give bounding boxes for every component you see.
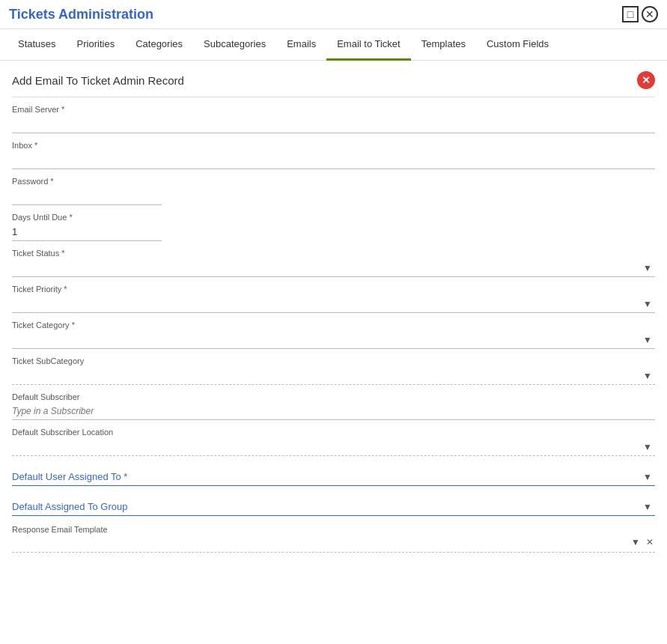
form-header: Add Email To Ticket Admin Record ✕ bbox=[12, 61, 655, 97]
tab-categories[interactable]: Categories bbox=[125, 29, 193, 61]
default-group-select[interactable]: Default Assigned To Group bbox=[12, 498, 655, 515]
subscriber-row bbox=[12, 403, 655, 420]
form-container: Add Email To Ticket Admin Record ✕ Email… bbox=[0, 61, 667, 565]
subscriber-location-select[interactable] bbox=[12, 438, 655, 455]
email-server-field: Email Server * bbox=[12, 105, 655, 133]
password-label: Password * bbox=[12, 177, 655, 186]
ticket-category-field: Ticket Category * ▼ bbox=[12, 321, 655, 349]
ticket-status-select[interactable] bbox=[12, 259, 655, 276]
maximize-icon[interactable]: □ bbox=[622, 6, 639, 22]
email-server-label: Email Server * bbox=[12, 105, 655, 114]
default-group-wrapper: Default Assigned To Group ▼ bbox=[12, 498, 655, 516]
ticket-subcategory-field: Ticket SubCategory ▼ bbox=[12, 356, 655, 385]
default-subscriber-field: Default Subscriber bbox=[12, 392, 655, 420]
ticket-category-select[interactable] bbox=[12, 331, 655, 348]
ticket-subcategory-select[interactable] bbox=[12, 367, 655, 384]
email-server-input[interactable] bbox=[12, 115, 655, 133]
window-close-icon[interactable]: ✕ bbox=[642, 6, 658, 22]
title-bar-left: Tickets Administration bbox=[9, 7, 153, 22]
tab-templates[interactable]: Templates bbox=[411, 29, 476, 61]
ticket-status-label: Ticket Status * bbox=[12, 249, 655, 258]
response-template-label: Response Email Template bbox=[12, 525, 655, 534]
ticket-priority-wrapper: ▼ bbox=[12, 295, 655, 313]
ticket-category-wrapper: ▼ bbox=[12, 331, 655, 349]
days-until-due-label: Days Until Due * bbox=[12, 213, 655, 222]
template-clear-icon[interactable]: ✕ bbox=[645, 535, 655, 549]
ticket-priority-select[interactable] bbox=[12, 295, 655, 312]
response-template-row: ▼ ✕ bbox=[12, 535, 655, 553]
response-template-field: Response Email Template ▼ ✕ bbox=[12, 525, 655, 553]
tab-priorities[interactable]: Priorities bbox=[67, 29, 126, 61]
tab-subcategories[interactable]: Subcategories bbox=[193, 29, 276, 61]
days-until-due-field: Days Until Due * bbox=[12, 213, 655, 241]
response-template-select[interactable] bbox=[12, 537, 627, 548]
password-input[interactable] bbox=[12, 187, 162, 205]
inbox-field: Inbox * bbox=[12, 141, 655, 169]
ticket-subcategory-wrapper: ▼ bbox=[12, 367, 655, 385]
default-user-assigned-field: Default User Assigned To * ▼ bbox=[12, 468, 655, 486]
ticket-subcategory-label: Ticket SubCategory bbox=[12, 356, 655, 365]
response-template-icons: ▼ ✕ bbox=[630, 535, 655, 549]
default-user-wrapper: Default User Assigned To * ▼ bbox=[12, 468, 655, 486]
default-subscriber-location-field: Default Subscriber Location ▼ bbox=[12, 428, 655, 456]
subscriber-input[interactable] bbox=[12, 406, 655, 416]
default-user-select[interactable]: Default User Assigned To * bbox=[12, 468, 655, 485]
default-group-field: Default Assigned To Group ▼ bbox=[12, 498, 655, 516]
days-until-due-input[interactable] bbox=[12, 223, 162, 241]
password-field: Password * bbox=[12, 177, 655, 205]
default-subscriber-label: Default Subscriber bbox=[12, 392, 655, 401]
tab-emails[interactable]: Emails bbox=[276, 29, 326, 61]
template-dropdown-icon[interactable]: ▼ bbox=[630, 535, 642, 549]
ticket-category-label: Ticket Category * bbox=[12, 321, 655, 329]
ticket-status-wrapper: ▼ bbox=[12, 259, 655, 277]
default-subscriber-location-label: Default Subscriber Location bbox=[12, 428, 655, 437]
tab-statuses[interactable]: Statuses bbox=[7, 29, 67, 61]
ticket-status-field: Ticket Status * ▼ bbox=[12, 249, 655, 277]
app-title: Tickets Administration bbox=[9, 7, 153, 22]
form-close-button[interactable]: ✕ bbox=[637, 71, 655, 89]
title-icons: □ ✕ bbox=[622, 6, 658, 22]
inbox-input[interactable] bbox=[12, 151, 655, 169]
title-bar: Tickets Administration □ ✕ bbox=[0, 0, 667, 29]
tab-custom-fields[interactable]: Custom Fields bbox=[476, 29, 559, 61]
form-title: Add Email To Ticket Admin Record bbox=[12, 74, 184, 87]
subscriber-location-wrapper: ▼ bbox=[12, 438, 655, 456]
ticket-priority-label: Ticket Priority * bbox=[12, 285, 655, 294]
nav-tabs: Statuses Priorities Categories Subcatego… bbox=[0, 29, 667, 61]
inbox-label: Inbox * bbox=[12, 141, 655, 150]
tab-email-to-ticket[interactable]: Email to Ticket bbox=[326, 29, 411, 61]
ticket-priority-field: Ticket Priority * ▼ bbox=[12, 285, 655, 313]
